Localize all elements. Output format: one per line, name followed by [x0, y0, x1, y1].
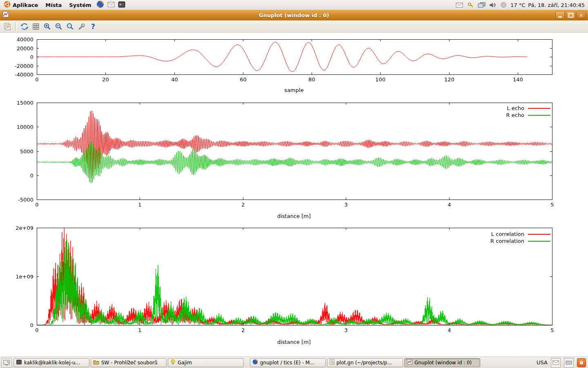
applications-menu-label: Aplikace — [13, 2, 38, 8]
desktop: Aplikace Místa Systém — [0, 0, 588, 368]
system-menu-label: Systém — [69, 2, 91, 8]
window-titlebar[interactable]: Gnuplot (window id : 0) × — [0, 10, 588, 21]
echo-xlabel: distance [m] — [0, 213, 588, 219]
zoom-reset-button[interactable] — [65, 21, 76, 32]
text-editor-icon — [330, 359, 334, 366]
toolbar-separator — [15, 22, 17, 31]
waveform-xlabel: sample — [0, 87, 588, 93]
keyboard-tray-icon[interactable] — [564, 358, 574, 368]
show-desktop-button[interactable] — [1, 358, 12, 368]
legend-line-sample — [528, 234, 550, 235]
waveform-chart-canvas[interactable] — [0, 33, 588, 94]
file-manager-icon — [93, 359, 99, 366]
zoom-in-button[interactable] — [42, 21, 53, 32]
weather-icon[interactable] — [499, 1, 508, 9]
minimize-button[interactable] — [555, 11, 565, 19]
copy-to-clipboard-button[interactable] — [2, 21, 13, 32]
legend-entry-r-correlation: R correlation — [490, 238, 550, 244]
legend-label: R echo — [506, 112, 524, 118]
correlation-chart: L correlation R correlation distance [m] — [0, 225, 588, 352]
legend-line-sample — [528, 115, 550, 116]
task-button-gnuplot[interactable]: Gnuplot (window id : 0) — [404, 358, 480, 367]
terminal-icon — [118, 1, 125, 9]
applications-menu[interactable]: Aplikace — [0, 0, 42, 10]
legend-entry-l-correlation: L correlation — [491, 231, 550, 237]
taskbar: kaklik@kaklik-kolej-u... SW - Prohlížeč … — [0, 357, 588, 368]
correlation-legend: L correlation R correlation — [490, 231, 550, 244]
legend-line-sample — [528, 241, 550, 242]
legend-label: R correlation — [490, 238, 524, 244]
places-menu-label: Místa — [45, 2, 62, 8]
firefox-icon — [252, 359, 258, 366]
gnuplot-canvas-area: sample L echo R echo distance [m] L corr — [0, 33, 588, 357]
legend-line-sample — [528, 108, 550, 109]
gnuplot-icon — [407, 359, 412, 366]
firefox-launcher[interactable] — [96, 0, 105, 9]
mail-icon — [107, 2, 115, 9]
places-menu[interactable]: Místa — [42, 0, 65, 10]
legend-label: L correlation — [491, 231, 524, 237]
window-title: Gnuplot (window id : 0) — [0, 12, 588, 18]
panel-status-area: 17 °C Pá, 18. září, 21:40:45 — [455, 1, 588, 9]
task-button-gajim[interactable]: Gajim — [168, 358, 244, 367]
mail-notification-icon[interactable] — [455, 1, 463, 9]
top-panel: Aplikace Místa Systém — [0, 0, 588, 10]
window-controls: × — [555, 11, 588, 19]
keyring-icon[interactable] — [466, 1, 474, 9]
help-question-label: ? — [91, 22, 95, 31]
close-button[interactable]: × — [577, 11, 586, 19]
gajim-icon — [170, 359, 176, 366]
ubuntu-logo-icon — [4, 1, 11, 9]
maximize-button[interactable] — [566, 11, 575, 19]
task-button-file-manager[interactable]: SW - Prohlížeč souborů — [91, 358, 167, 367]
zoom-out-button[interactable] — [53, 21, 64, 32]
refresh-button[interactable] — [19, 21, 30, 32]
email-launcher[interactable] — [107, 0, 116, 9]
settings-wrench-button[interactable] — [76, 21, 87, 32]
mail-tray-icon[interactable] — [551, 358, 561, 368]
waveform-chart: sample — [0, 33, 588, 94]
echo-chart: L echo R echo distance [m] — [0, 98, 588, 221]
legend-label: L echo — [507, 105, 524, 111]
legend-entry-l-echo: L echo — [507, 105, 550, 111]
terminal-launcher[interactable] — [117, 0, 126, 9]
system-menu[interactable]: Systém — [65, 0, 95, 10]
help-button[interactable]: ? — [88, 21, 98, 32]
echo-legend: L echo R echo — [506, 105, 550, 118]
task-button-terminal[interactable]: kaklik@kaklik-kolej-u... — [13, 358, 89, 367]
firefox-icon — [96, 0, 104, 9]
notification-applet-icon[interactable] — [577, 358, 586, 367]
terminal-icon — [16, 359, 22, 366]
keyboard-layout-indicator[interactable]: USA — [537, 359, 548, 366]
task-button-editor[interactable]: plot.gn (~/projects/p... — [327, 358, 403, 367]
task-button-browser[interactable]: gnuplot / tics (E) - M... — [250, 358, 326, 367]
temperature-label[interactable]: 17 °C — [510, 2, 525, 8]
legend-entry-r-echo: R echo — [506, 112, 550, 118]
gnuplot-toolbar: ? — [0, 20, 588, 33]
volume-icon[interactable] — [488, 1, 497, 9]
gnuplot-window-icon — [2, 11, 9, 19]
echo-chart-canvas[interactable] — [0, 98, 588, 221]
display-icon[interactable] — [477, 1, 486, 9]
taskbar-tray: USA — [537, 358, 587, 368]
grid-toggle-button[interactable] — [31, 21, 41, 32]
clock-label[interactable]: Pá, 18. září, 21:40:45 — [528, 2, 585, 8]
correlation-xlabel: distance [m] — [0, 339, 588, 345]
